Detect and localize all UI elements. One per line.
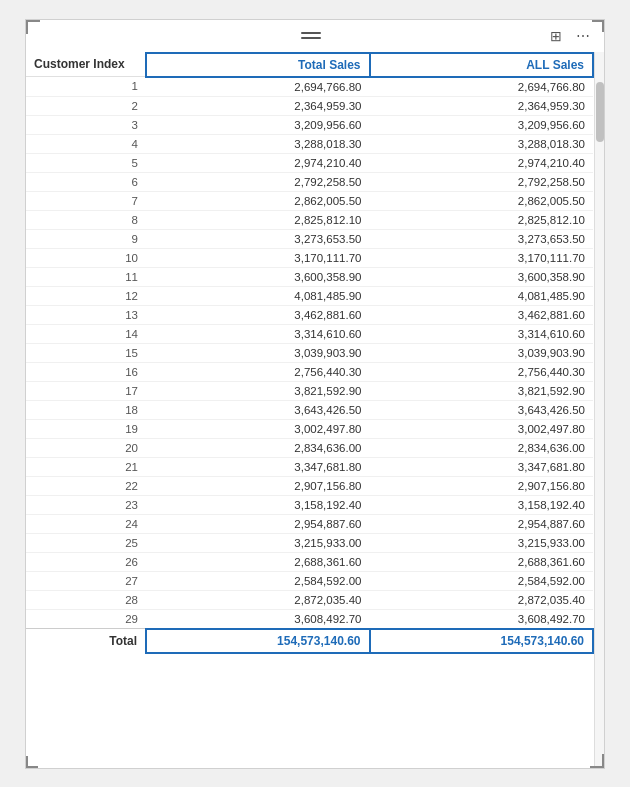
table-body: 12,694,766.802,694,766.8022,364,959.302,…	[26, 77, 593, 629]
cell-all-sales: 3,039,903.90	[370, 343, 594, 362]
cell-all-sales: 3,347,681.80	[370, 457, 594, 476]
table-row: 242,954,887.602,954,887.60	[26, 514, 593, 533]
cell-total-sales: 2,825,812.10	[146, 210, 370, 229]
cell-all-sales: 4,081,485.90	[370, 286, 594, 305]
col-all-sales: ALL Sales	[370, 53, 594, 77]
more-icon: ⋯	[576, 28, 590, 44]
cell-all-sales: 3,821,592.90	[370, 381, 594, 400]
cell-all-sales: 3,608,492.70	[370, 609, 594, 629]
table-row: 103,170,111.703,170,111.70	[26, 248, 593, 267]
footer-all-sales: 154,573,140.60	[370, 629, 594, 653]
table-row: 72,862,005.502,862,005.50	[26, 191, 593, 210]
cell-all-sales: 2,756,440.30	[370, 362, 594, 381]
cell-customer-index: 25	[26, 533, 146, 552]
cell-customer-index: 6	[26, 172, 146, 191]
col-total-sales: Total Sales	[146, 53, 370, 77]
cell-total-sales: 2,862,005.50	[146, 191, 370, 210]
cell-all-sales: 2,584,592.00	[370, 571, 594, 590]
table-row: 43,288,018.303,288,018.30	[26, 134, 593, 153]
footer-total-sales: 154,573,140.60	[146, 629, 370, 653]
cell-customer-index: 27	[26, 571, 146, 590]
main-card: ⊞ ⋯ Customer Index Total Sales ALL Sales…	[25, 19, 605, 769]
cell-all-sales: 3,209,956.60	[370, 115, 594, 134]
cell-total-sales: 3,608,492.70	[146, 609, 370, 629]
data-table: Customer Index Total Sales ALL Sales 12,…	[26, 52, 594, 654]
table-row: 162,756,440.302,756,440.30	[26, 362, 593, 381]
cell-all-sales: 2,954,887.60	[370, 514, 594, 533]
cell-total-sales: 3,314,610.60	[146, 324, 370, 343]
cell-all-sales: 2,792,258.50	[370, 172, 594, 191]
cell-total-sales: 2,364,959.30	[146, 96, 370, 115]
table-row: 233,158,192.403,158,192.40	[26, 495, 593, 514]
cell-total-sales: 3,215,933.00	[146, 533, 370, 552]
cell-total-sales: 2,792,258.50	[146, 172, 370, 191]
table-row: 173,821,592.903,821,592.90	[26, 381, 593, 400]
cell-all-sales: 2,907,156.80	[370, 476, 594, 495]
drag-handle[interactable]	[301, 32, 321, 39]
toolbar: ⊞ ⋯	[26, 20, 604, 52]
table-row: 33,209,956.603,209,956.60	[26, 115, 593, 134]
cell-total-sales: 2,834,636.00	[146, 438, 370, 457]
cell-total-sales: 4,081,485.90	[146, 286, 370, 305]
cell-all-sales: 3,643,426.50	[370, 400, 594, 419]
cell-customer-index: 9	[26, 229, 146, 248]
cell-all-sales: 3,314,610.60	[370, 324, 594, 343]
cell-customer-index: 8	[26, 210, 146, 229]
footer-label: Total	[26, 629, 146, 653]
cell-all-sales: 3,158,192.40	[370, 495, 594, 514]
table-row: 282,872,035.402,872,035.40	[26, 590, 593, 609]
cell-all-sales: 2,872,035.40	[370, 590, 594, 609]
cell-customer-index: 19	[26, 419, 146, 438]
cell-customer-index: 13	[26, 305, 146, 324]
cell-customer-index: 21	[26, 457, 146, 476]
cell-customer-index: 10	[26, 248, 146, 267]
cell-total-sales: 3,347,681.80	[146, 457, 370, 476]
cell-total-sales: 3,821,592.90	[146, 381, 370, 400]
cell-total-sales: 3,158,192.40	[146, 495, 370, 514]
cell-total-sales: 3,273,653.50	[146, 229, 370, 248]
table-header: Customer Index Total Sales ALL Sales	[26, 53, 593, 77]
cell-total-sales: 3,039,903.90	[146, 343, 370, 362]
table-row: 124,081,485.904,081,485.90	[26, 286, 593, 305]
cell-total-sales: 3,643,426.50	[146, 400, 370, 419]
table-row: 12,694,766.802,694,766.80	[26, 77, 593, 97]
table-row: 93,273,653.503,273,653.50	[26, 229, 593, 248]
cell-customer-index: 28	[26, 590, 146, 609]
table-row: 183,643,426.503,643,426.50	[26, 400, 593, 419]
cell-total-sales: 2,974,210.40	[146, 153, 370, 172]
cell-customer-index: 20	[26, 438, 146, 457]
cell-customer-index: 4	[26, 134, 146, 153]
cell-all-sales: 2,694,766.80	[370, 77, 594, 97]
table-row: 262,688,361.602,688,361.60	[26, 552, 593, 571]
cell-all-sales: 2,862,005.50	[370, 191, 594, 210]
cell-customer-index: 29	[26, 609, 146, 629]
cell-customer-index: 17	[26, 381, 146, 400]
scrollbar-thumb	[596, 82, 604, 142]
toolbar-right: ⊞ ⋯	[546, 26, 594, 46]
table-row: 82,825,812.102,825,812.10	[26, 210, 593, 229]
cell-all-sales: 2,834,636.00	[370, 438, 594, 457]
cell-all-sales: 3,288,018.30	[370, 134, 594, 153]
cell-customer-index: 23	[26, 495, 146, 514]
more-button[interactable]: ⋯	[572, 26, 594, 46]
cell-all-sales: 2,688,361.60	[370, 552, 594, 571]
cell-all-sales: 3,170,111.70	[370, 248, 594, 267]
table-row: 22,364,959.302,364,959.30	[26, 96, 593, 115]
table-row: 143,314,610.603,314,610.60	[26, 324, 593, 343]
cell-customer-index: 16	[26, 362, 146, 381]
toolbar-center	[301, 32, 321, 39]
cell-total-sales: 2,694,766.80	[146, 77, 370, 97]
cell-all-sales: 2,825,812.10	[370, 210, 594, 229]
cell-total-sales: 3,209,956.60	[146, 115, 370, 134]
cell-all-sales: 3,215,933.00	[370, 533, 594, 552]
cell-all-sales: 2,364,959.30	[370, 96, 594, 115]
expand-button[interactable]: ⊞	[546, 26, 566, 46]
cell-total-sales: 3,600,358.90	[146, 267, 370, 286]
table-row: 202,834,636.002,834,636.00	[26, 438, 593, 457]
expand-icon: ⊞	[550, 28, 562, 44]
cell-total-sales: 2,584,592.00	[146, 571, 370, 590]
cell-total-sales: 2,688,361.60	[146, 552, 370, 571]
cell-total-sales: 2,907,156.80	[146, 476, 370, 495]
scrollbar[interactable]	[594, 52, 604, 768]
table-wrapper: Customer Index Total Sales ALL Sales 12,…	[26, 52, 604, 768]
